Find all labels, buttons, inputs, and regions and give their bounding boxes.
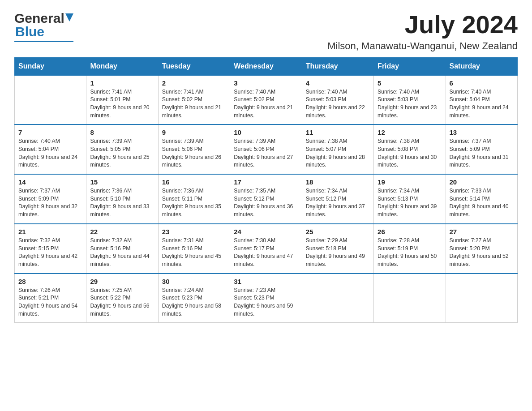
- day-info: Sunrise: 7:37 AMSunset: 5:09 PMDaylight:…: [450, 137, 514, 169]
- table-row: 8Sunrise: 7:39 AMSunset: 5:05 PMDaylight…: [86, 124, 158, 174]
- day-number: 28: [18, 278, 82, 285]
- table-row: 16Sunrise: 7:36 AMSunset: 5:11 PMDayligh…: [158, 174, 230, 224]
- day-info: Sunrise: 7:38 AMSunset: 5:07 PMDaylight:…: [306, 137, 370, 169]
- day-info: Sunrise: 7:40 AMSunset: 5:03 PMDaylight:…: [306, 88, 370, 120]
- day-number: 10: [234, 128, 298, 136]
- col-saturday: Saturday: [446, 57, 517, 75]
- day-number: 27: [450, 228, 514, 235]
- col-thursday: Thursday: [302, 57, 373, 75]
- logo-general-text: General: [14, 11, 64, 26]
- table-row: 23Sunrise: 7:31 AMSunset: 5:16 PMDayligh…: [158, 224, 230, 274]
- day-number: 20: [450, 178, 514, 186]
- week-row-5: 28Sunrise: 7:26 AMSunset: 5:21 PMDayligh…: [15, 274, 518, 323]
- day-info: Sunrise: 7:40 AMSunset: 5:03 PMDaylight:…: [378, 88, 442, 120]
- day-info: Sunrise: 7:37 AMSunset: 5:09 PMDaylight:…: [18, 187, 82, 219]
- col-sunday: Sunday: [15, 57, 86, 75]
- day-info: Sunrise: 7:34 AMSunset: 5:12 PMDaylight:…: [306, 187, 370, 219]
- table-row: 5Sunrise: 7:40 AMSunset: 5:03 PMDaylight…: [374, 75, 446, 125]
- day-info: Sunrise: 7:40 AMSunset: 5:04 PMDaylight:…: [18, 137, 82, 169]
- month-title: July 2024: [327, 11, 518, 39]
- day-info: Sunrise: 7:40 AMSunset: 5:02 PMDaylight:…: [234, 88, 298, 120]
- table-row: 14Sunrise: 7:37 AMSunset: 5:09 PMDayligh…: [15, 174, 86, 224]
- svg-marker-0: [65, 13, 73, 21]
- week-row-3: 14Sunrise: 7:37 AMSunset: 5:09 PMDayligh…: [15, 174, 518, 224]
- table-row: 11Sunrise: 7:38 AMSunset: 5:07 PMDayligh…: [302, 124, 373, 174]
- table-row: [15, 75, 86, 125]
- day-number: 29: [90, 278, 154, 285]
- day-number: 25: [306, 228, 370, 235]
- day-number: 11: [306, 128, 370, 136]
- day-number: 30: [162, 278, 226, 285]
- day-number: 4: [306, 79, 370, 87]
- day-number: 3: [234, 79, 298, 87]
- table-row: [446, 274, 517, 323]
- table-row: 25Sunrise: 7:29 AMSunset: 5:18 PMDayligh…: [302, 224, 373, 274]
- table-row: 15Sunrise: 7:36 AMSunset: 5:10 PMDayligh…: [86, 174, 158, 224]
- table-row: 1Sunrise: 7:41 AMSunset: 5:01 PMDaylight…: [86, 75, 158, 125]
- day-number: 9: [162, 128, 226, 136]
- table-row: 10Sunrise: 7:39 AMSunset: 5:06 PMDayligh…: [230, 124, 302, 174]
- day-info: Sunrise: 7:31 AMSunset: 5:16 PMDaylight:…: [162, 237, 226, 269]
- table-row: 29Sunrise: 7:25 AMSunset: 5:22 PMDayligh…: [86, 274, 158, 323]
- calendar-header-row: Sunday Monday Tuesday Wednesday Thursday…: [15, 57, 518, 75]
- table-row: 27Sunrise: 7:27 AMSunset: 5:20 PMDayligh…: [446, 224, 517, 274]
- table-row: 28Sunrise: 7:26 AMSunset: 5:21 PMDayligh…: [15, 274, 86, 323]
- table-row: 9Sunrise: 7:39 AMSunset: 5:06 PMDaylight…: [158, 124, 230, 174]
- table-row: 2Sunrise: 7:41 AMSunset: 5:02 PMDaylight…: [158, 75, 230, 125]
- table-row: [302, 274, 373, 323]
- table-row: 26Sunrise: 7:28 AMSunset: 5:19 PMDayligh…: [374, 224, 446, 274]
- day-info: Sunrise: 7:23 AMSunset: 5:23 PMDaylight:…: [234, 287, 298, 318]
- day-info: Sunrise: 7:38 AMSunset: 5:08 PMDaylight:…: [378, 137, 442, 169]
- col-wednesday: Wednesday: [230, 57, 302, 75]
- day-number: 6: [450, 79, 514, 87]
- day-info: Sunrise: 7:36 AMSunset: 5:10 PMDaylight:…: [90, 187, 154, 219]
- day-number: 12: [378, 128, 442, 136]
- table-row: 4Sunrise: 7:40 AMSunset: 5:03 PMDaylight…: [302, 75, 373, 125]
- day-number: 2: [162, 79, 226, 87]
- day-info: Sunrise: 7:39 AMSunset: 5:06 PMDaylight:…: [162, 137, 226, 169]
- day-info: Sunrise: 7:39 AMSunset: 5:06 PMDaylight:…: [234, 137, 298, 169]
- table-row: 22Sunrise: 7:32 AMSunset: 5:16 PMDayligh…: [86, 224, 158, 274]
- day-info: Sunrise: 7:26 AMSunset: 5:21 PMDaylight:…: [18, 287, 82, 318]
- table-row: 20Sunrise: 7:33 AMSunset: 5:14 PMDayligh…: [446, 174, 517, 224]
- day-number: 22: [90, 228, 154, 235]
- day-number: 5: [378, 79, 442, 87]
- day-info: Sunrise: 7:25 AMSunset: 5:22 PMDaylight:…: [90, 287, 154, 318]
- day-info: Sunrise: 7:36 AMSunset: 5:11 PMDaylight:…: [162, 187, 226, 219]
- day-info: Sunrise: 7:30 AMSunset: 5:17 PMDaylight:…: [234, 237, 298, 269]
- day-info: Sunrise: 7:29 AMSunset: 5:18 PMDaylight:…: [306, 237, 370, 269]
- day-number: 8: [90, 128, 154, 136]
- table-row: 18Sunrise: 7:34 AMSunset: 5:12 PMDayligh…: [302, 174, 373, 224]
- day-number: 18: [306, 178, 370, 186]
- day-number: 1: [90, 79, 154, 87]
- location-title: Milson, Manawatu-Wanganui, New Zealand: [327, 40, 518, 52]
- table-row: 3Sunrise: 7:40 AMSunset: 5:02 PMDaylight…: [230, 75, 302, 125]
- day-info: Sunrise: 7:39 AMSunset: 5:05 PMDaylight:…: [90, 137, 154, 169]
- calendar-table: Sunday Monday Tuesday Wednesday Thursday…: [14, 57, 518, 323]
- week-row-4: 21Sunrise: 7:32 AMSunset: 5:15 PMDayligh…: [15, 224, 518, 274]
- logo-triangle-icon: [65, 13, 73, 23]
- table-row: 21Sunrise: 7:32 AMSunset: 5:15 PMDayligh…: [15, 224, 86, 274]
- day-number: 31: [234, 278, 298, 285]
- day-info: Sunrise: 7:41 AMSunset: 5:02 PMDaylight:…: [162, 88, 226, 120]
- week-row-2: 7Sunrise: 7:40 AMSunset: 5:04 PMDaylight…: [15, 124, 518, 174]
- day-number: 13: [450, 128, 514, 136]
- day-number: 19: [378, 178, 442, 186]
- day-info: Sunrise: 7:35 AMSunset: 5:12 PMDaylight:…: [234, 187, 298, 219]
- logo-blue-text: Blue: [15, 24, 44, 39]
- day-number: 21: [18, 228, 82, 235]
- logo-underline: [14, 41, 73, 42]
- day-info: Sunrise: 7:27 AMSunset: 5:20 PMDaylight:…: [450, 237, 514, 269]
- day-number: 23: [162, 228, 226, 235]
- day-number: 7: [18, 128, 82, 136]
- day-number: 17: [234, 178, 298, 186]
- logo-area: General Blue: [14, 11, 73, 42]
- title-area: July 2024 Milson, Manawatu-Wanganui, New…: [327, 11, 518, 52]
- col-tuesday: Tuesday: [158, 57, 230, 75]
- day-number: 16: [162, 178, 226, 186]
- page-header: General Blue July 2024 Milson, Manawatu-…: [14, 11, 518, 52]
- table-row: 24Sunrise: 7:30 AMSunset: 5:17 PMDayligh…: [230, 224, 302, 274]
- day-info: Sunrise: 7:28 AMSunset: 5:19 PMDaylight:…: [378, 237, 442, 269]
- table-row: 30Sunrise: 7:24 AMSunset: 5:23 PMDayligh…: [158, 274, 230, 323]
- day-info: Sunrise: 7:32 AMSunset: 5:16 PMDaylight:…: [90, 237, 154, 269]
